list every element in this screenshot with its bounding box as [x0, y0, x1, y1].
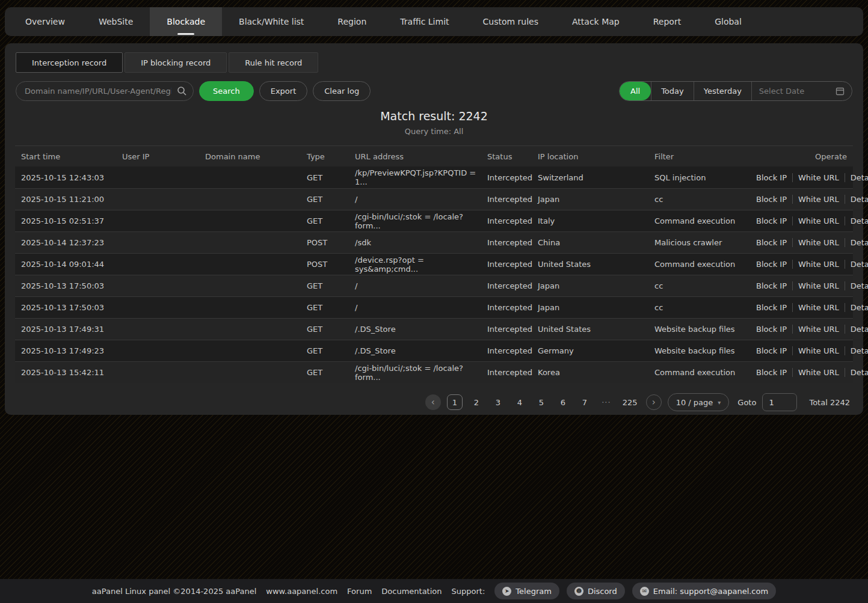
footer-link-forum[interactable]: Forum	[347, 587, 372, 596]
chevron-down-icon: ▾	[718, 399, 721, 406]
request-type-cell: GET	[307, 325, 355, 334]
select-date-placeholder: Select Date	[759, 87, 804, 96]
col-header-operate: Operate	[751, 152, 847, 161]
action-details[interactable]: Details	[845, 216, 868, 225]
range-option-today[interactable]: Today	[651, 82, 694, 100]
action-details[interactable]: Details	[845, 325, 868, 334]
page-size-select[interactable]: 10 / page ▾	[668, 393, 730, 411]
page-number-7[interactable]: 7	[577, 394, 593, 410]
prev-page-button[interactable]: ‹	[425, 394, 441, 410]
nav-tab-attack-map[interactable]: Attack Map	[555, 7, 636, 36]
url-address-cell: /kp/PreviewKPQT.jsp?KPQTID = 1...	[355, 168, 487, 186]
start-time-cell: 2025-10-13 17:49:23	[21, 346, 122, 355]
col-header-status: Status	[487, 152, 538, 161]
range-option-yesterday[interactable]: Yesterday	[694, 82, 751, 100]
nav-tab-overview[interactable]: Overview	[8, 7, 82, 36]
status-cell: Intercepted	[487, 346, 538, 355]
support-button-telegram[interactable]: ➤Telegram	[494, 583, 559, 599]
action-block-ip[interactable]: Block IP	[751, 368, 792, 377]
action-details[interactable]: Details	[845, 368, 868, 377]
page-number-3[interactable]: 3	[490, 394, 506, 410]
blockade-panel: Interception recordIP blocking recordRul…	[5, 43, 863, 415]
page-number-4[interactable]: 4	[512, 394, 528, 410]
next-page-button[interactable]: ›	[646, 394, 662, 410]
action-white-url[interactable]: White URL	[792, 195, 845, 204]
action-white-url[interactable]: White URL	[792, 260, 845, 269]
goto-page-input[interactable]	[762, 393, 797, 411]
select-date-input[interactable]: Select Date	[751, 82, 852, 100]
page-number-6[interactable]: 6	[555, 394, 571, 410]
nav-tab-black-white-list[interactable]: Black/White list	[222, 7, 321, 36]
action-white-url[interactable]: White URL	[792, 238, 845, 247]
action-white-url[interactable]: White URL	[792, 346, 845, 355]
action-details[interactable]: Details	[845, 260, 868, 269]
page-size-value: 10 / page	[676, 398, 713, 407]
discord-icon: ☻	[574, 587, 583, 596]
action-block-ip[interactable]: Block IP	[751, 303, 792, 312]
action-white-url[interactable]: White URL	[792, 368, 845, 377]
subtab-rule-hit-record[interactable]: Rule hit record	[229, 52, 318, 73]
support-button-discord[interactable]: ☻Discord	[567, 583, 625, 599]
action-white-url[interactable]: White URL	[792, 216, 845, 225]
filter-cell: cc	[654, 195, 751, 204]
filter-cell: Command execution	[654, 216, 751, 225]
page-number-1[interactable]: 1	[447, 394, 463, 410]
table-row: 2025-10-15 11:21:00 GET / Intercepted Ja…	[15, 188, 853, 210]
page-number-2[interactable]: 2	[469, 394, 484, 410]
support-label: Support:	[452, 587, 485, 596]
page-number-5[interactable]: 5	[534, 394, 549, 410]
action-block-ip[interactable]: Block IP	[751, 238, 792, 247]
range-option-all[interactable]: All	[620, 82, 651, 100]
action-block-ip[interactable]: Block IP	[751, 195, 792, 204]
request-type-cell: GET	[307, 216, 355, 225]
search-input[interactable]	[16, 81, 194, 101]
status-cell: Intercepted	[487, 260, 538, 269]
clear-log-button[interactable]: Clear log	[313, 81, 371, 101]
action-white-url[interactable]: White URL	[792, 173, 845, 182]
footer-links: ForumDocumentation	[347, 587, 442, 596]
action-block-ip[interactable]: Block IP	[751, 216, 792, 225]
action-white-url[interactable]: White URL	[792, 303, 845, 312]
nav-tab-region[interactable]: Region	[321, 7, 383, 36]
subtab-ip-blocking-record[interactable]: IP blocking record	[125, 52, 227, 73]
action-details[interactable]: Details	[845, 303, 868, 312]
support-button-email[interactable]: ✉Email: support@aapanel.com	[632, 583, 776, 599]
search-button[interactable]: Search	[199, 81, 254, 101]
action-details[interactable]: Details	[845, 195, 868, 204]
action-white-url[interactable]: White URL	[792, 281, 845, 290]
page-ellipsis[interactable]: ···	[599, 394, 614, 410]
search-icon[interactable]	[177, 86, 186, 96]
nav-tab-global[interactable]: Global	[698, 7, 759, 36]
action-white-url[interactable]: White URL	[792, 325, 845, 334]
table-row: 2025-10-13 17:50:03 GET / Intercepted Ja…	[15, 275, 853, 296]
subtab-interception-record[interactable]: Interception record	[16, 52, 123, 73]
filter-cell: Malicious crawler	[654, 238, 751, 247]
nav-tab-report[interactable]: Report	[636, 7, 698, 36]
url-address-cell: /device.rsp?opt = sys&amp;cmd...	[355, 256, 487, 274]
export-button[interactable]: Export	[259, 81, 308, 101]
col-header-url-address: URL address	[355, 152, 487, 161]
footer-link-documentation[interactable]: Documentation	[381, 587, 442, 596]
filter-cell: Command execution	[654, 260, 751, 269]
action-block-ip[interactable]: Block IP	[751, 346, 792, 355]
action-details[interactable]: Details	[845, 346, 868, 355]
col-header-filter: Filter	[654, 152, 751, 161]
action-details[interactable]: Details	[845, 173, 868, 182]
operate-cell: Block IPWhite URLDetails	[751, 173, 868, 182]
action-block-ip[interactable]: Block IP	[751, 281, 792, 290]
nav-tab-traffic-limit[interactable]: Traffic Limit	[383, 7, 466, 36]
action-block-ip[interactable]: Block IP	[751, 260, 792, 269]
start-time-cell: 2025-10-13 15:42:11	[21, 368, 122, 377]
action-details[interactable]: Details	[845, 238, 868, 247]
action-details[interactable]: Details	[845, 281, 868, 290]
nav-tab-custom-rules[interactable]: Custom rules	[466, 7, 556, 36]
filter-cell: Website backup files	[654, 325, 751, 334]
action-block-ip[interactable]: Block IP	[751, 173, 792, 182]
page-number-225[interactable]: 225	[620, 394, 640, 410]
nav-tab-website[interactable]: WebSite	[82, 7, 150, 36]
action-block-ip[interactable]: Block IP	[751, 325, 792, 334]
calendar-icon	[836, 87, 845, 96]
nav-tab-blockade[interactable]: Blockade	[150, 7, 222, 36]
request-type-cell: POST	[307, 260, 355, 269]
website-link[interactable]: www.aapanel.com	[266, 587, 337, 596]
